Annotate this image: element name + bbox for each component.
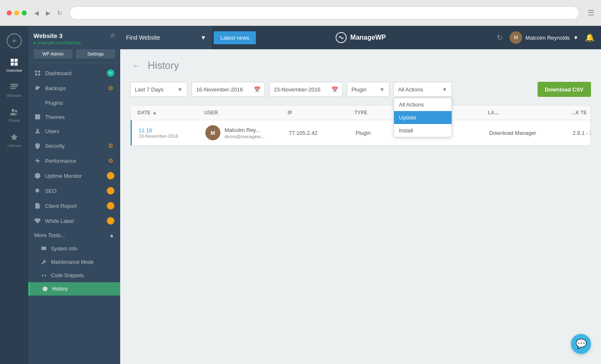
th-version: ...k te [571, 110, 591, 116]
cell-date: 11:18 19-November-2016 [139, 127, 205, 139]
svg-rect-0 [11, 59, 14, 62]
back-nav-btn[interactable]: ◀ [32, 8, 41, 18]
date-range-select[interactable]: Last 7 Days Last 14 Days Last 30 Days Cu… [135, 86, 175, 93]
chat-button[interactable]: 💬 [571, 334, 591, 354]
actions-chevron-icon: ▼ [442, 86, 447, 93]
sidebar-item-client-report[interactable]: Client Report [28, 198, 120, 213]
traffic-lights [7, 10, 27, 15]
browser-chrome: ◀ ▶ ↻ ☰ [0, 0, 601, 26]
browser-menu-icon[interactable]: ☰ [588, 8, 594, 18]
user-info: Malcolm Rey... demo@managew... [225, 127, 264, 139]
reload-nav-btn[interactable]: ↻ [55, 8, 64, 18]
date-to-field[interactable] [274, 86, 328, 93]
sidebar-sub-item-history[interactable]: History [28, 282, 120, 296]
dropdown-item-all-actions[interactable]: All Actions [394, 98, 452, 111]
uptime-badge [107, 172, 114, 179]
sidebar-item-users[interactable]: Users [28, 124, 120, 138]
dropdown-item-update[interactable]: Update [394, 111, 452, 124]
more-tools-chevron-icon: ▲ [109, 232, 114, 238]
find-website-button[interactable]: Find Website ▼ [120, 26, 212, 49]
app-container: + Overview Websites Clients Add-ons Webs… [0, 26, 601, 364]
sidebar-sub-item-code-snippets[interactable]: Code Snippets [28, 269, 120, 282]
cell-user: M Malcolm Rey... demo@managew... [205, 125, 289, 140]
sidebar: Website 3 ☆ ● example.com/backup WP Admi… [28, 26, 120, 364]
svg-rect-1 [15, 59, 18, 62]
user-menu[interactable]: M Malcolm Reynolds ▼ [510, 31, 578, 44]
svg-rect-5 [10, 86, 18, 87]
svg-point-16 [35, 189, 39, 192]
sidebar-sub-item-maintenance[interactable]: Maintenance Mode [28, 255, 120, 269]
main-content: Find Website ▼ Latest news ManageWP ↻ M … [120, 26, 601, 364]
date-from-field[interactable] [196, 86, 250, 93]
filters-bar: Last 7 Days Last 14 Days Last 30 Days Cu… [130, 82, 591, 97]
svg-point-14 [36, 129, 38, 131]
sidebar-item-seo[interactable]: SEO [28, 183, 120, 198]
refresh-icon[interactable]: ↻ [497, 33, 503, 42]
user-avatar-sm: M [205, 125, 220, 140]
svg-point-8 [15, 110, 18, 113]
sidebar-item-plugins[interactable]: Plugins [28, 96, 120, 110]
traffic-light-green[interactable] [22, 10, 27, 15]
th-label: La... [488, 110, 571, 116]
nav-addons[interactable]: Add-ons [2, 128, 27, 153]
th-date[interactable]: Date ▲ [137, 110, 204, 116]
history-table: Date ▲ User IP Type Action La... ...k te… [130, 105, 591, 146]
date-from-input[interactable]: 📅 [192, 82, 265, 97]
notification-icon[interactable]: 🔔 [585, 33, 594, 42]
svg-rect-9 [35, 71, 37, 73]
traffic-light-yellow[interactable] [14, 10, 19, 15]
date-range-chevron-icon: ▼ [177, 86, 183, 93]
top-bar: Find Website ▼ Latest news ManageWP ↻ M … [120, 26, 601, 49]
wp-admin-button[interactable]: WP Admin [33, 49, 73, 58]
type-chevron-icon: ▼ [379, 86, 385, 93]
address-bar[interactable] [69, 6, 579, 20]
forward-nav-btn[interactable]: ▶ [43, 8, 53, 18]
nav-clients[interactable]: Clients [2, 103, 27, 128]
sidebar-item-dashboard[interactable]: Dashboard ↻ [28, 66, 120, 81]
cell-ip: 77.105.2.42 [289, 130, 356, 136]
sidebar-item-backups[interactable]: Backups ⚙ [28, 81, 120, 96]
user-menu-chevron-icon: ▼ [573, 35, 578, 41]
calendar-from-icon[interactable]: 📅 [254, 86, 260, 93]
find-website-chevron-icon: ▼ [200, 34, 206, 41]
sidebar-item-uptime[interactable]: Uptime Monitor [28, 168, 120, 183]
white-label-badge [107, 217, 114, 225]
website-name: Website 3 ☆ [33, 32, 115, 39]
nav-overview[interactable]: Overview [2, 53, 27, 78]
th-user: User [204, 110, 288, 116]
calendar-to-icon[interactable]: 📅 [331, 86, 338, 93]
type-select[interactable]: Plugin Theme Core User [351, 86, 377, 93]
sidebar-item-performance[interactable]: Performance ⚙ [28, 153, 120, 168]
latest-news-tab[interactable]: Latest news [214, 31, 256, 44]
type-filter[interactable]: Plugin Theme Core User ▼ [347, 82, 389, 97]
back-button[interactable]: ← [130, 59, 143, 72]
content-area: ← History Last 7 Days Last 14 Days Last … [120, 49, 601, 364]
nav-websites[interactable]: Websites [2, 78, 27, 103]
settings-button[interactable]: Settings [76, 49, 115, 58]
sidebar-sub-item-system-info[interactable]: System Info [28, 242, 120, 255]
actions-dropdown-menu: All Actions Update Install [394, 98, 452, 137]
table-row[interactable]: 11:18 19-November-2016 M Malcolm Rey... … [131, 120, 591, 146]
cell-label: Download Manager [489, 130, 573, 136]
date-to-input[interactable]: 📅 [269, 82, 343, 97]
security-badge: ⚙ [107, 142, 114, 149]
svg-rect-4 [10, 84, 18, 85]
table-header: Date ▲ User IP Type Action La... ...k te [131, 106, 591, 120]
favorite-icon[interactable]: ☆ [110, 32, 115, 39]
date-range-filter[interactable]: Last 7 Days Last 14 Days Last 30 Days Cu… [130, 82, 187, 97]
traffic-light-red[interactable] [7, 10, 12, 15]
svg-rect-3 [15, 63, 18, 66]
icon-nav: + Overview Websites Clients Add-ons [0, 26, 28, 364]
sidebar-item-security[interactable]: Security ⚙ [28, 138, 120, 153]
sidebar-item-themes[interactable]: Themes [28, 110, 120, 124]
more-tools-toggle[interactable]: More Tools... ▲ [28, 228, 120, 242]
svg-point-7 [12, 109, 15, 112]
add-site-button[interactable]: + [7, 33, 22, 48]
actions-filter[interactable]: All Actions ▼ [394, 82, 452, 97]
client-report-badge [107, 202, 114, 210]
sidebar-item-white-label[interactable]: White Label [28, 213, 120, 228]
svg-rect-17 [41, 247, 46, 250]
download-csv-button[interactable]: Download CSV [538, 82, 591, 97]
sidebar-header: Website 3 ☆ ● example.com/backup WP Admi… [28, 26, 120, 63]
dropdown-item-install[interactable]: Install [394, 124, 452, 137]
